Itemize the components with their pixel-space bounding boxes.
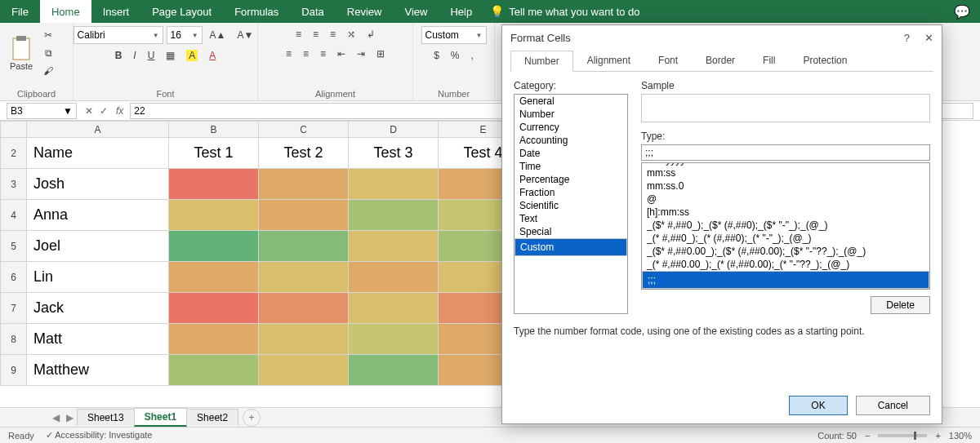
accessibility-status[interactable]: ✓ Accessibility: Investigate <box>46 430 153 441</box>
select-all-corner[interactable] <box>1 122 27 138</box>
type-input[interactable] <box>641 144 930 161</box>
dialog-tab-alignment[interactable]: Alignment <box>573 50 644 71</box>
cell[interactable]: Matthew <box>27 355 169 386</box>
cell[interactable] <box>349 262 439 293</box>
cell[interactable] <box>169 262 259 293</box>
type-item[interactable]: mm:ss <box>642 166 929 179</box>
cell[interactable] <box>169 293 259 324</box>
row-header[interactable]: 3 <box>1 169 27 200</box>
type-item[interactable]: _(* #,##0.00_);_(* (#,##0.00);_(* "-"??_… <box>642 258 929 271</box>
cell[interactable]: Jack <box>27 293 169 324</box>
zoom-slider[interactable] <box>878 434 927 437</box>
category-item[interactable]: Percentage <box>514 173 627 186</box>
cell[interactable] <box>349 169 439 200</box>
align-right-icon[interactable]: ≡ <box>316 46 330 62</box>
cell[interactable] <box>169 355 259 386</box>
tab-insert[interactable]: Insert <box>91 0 141 23</box>
type-item[interactable]: ;;; <box>642 271 929 289</box>
comma-icon[interactable]: , <box>467 47 478 64</box>
cell[interactable] <box>259 169 349 200</box>
increase-indent-icon[interactable]: ⇥ <box>353 46 369 62</box>
type-list[interactable]: h:mmh:mm:ssm/d/yyyy h:mmmm:ssmm:ss.0@[h]… <box>641 162 930 290</box>
type-item[interactable]: [h]:mm:ss <box>642 206 929 219</box>
dialog-tab-number[interactable]: Number <box>510 51 573 72</box>
align-middle-icon[interactable]: ≡ <box>309 26 323 42</box>
align-center-icon[interactable]: ≡ <box>299 46 313 62</box>
border-button[interactable]: ▦ <box>162 47 179 64</box>
cell[interactable]: Joel <box>27 231 169 262</box>
cell[interactable] <box>349 200 439 231</box>
wrap-text-icon[interactable]: ↲ <box>363 26 379 42</box>
row-header[interactable]: 4 <box>1 200 27 231</box>
bold-button[interactable]: B <box>111 47 127 64</box>
font-size-select[interactable]: 16▼ <box>167 26 203 44</box>
number-format-select[interactable]: Custom▼ <box>421 26 487 44</box>
cell[interactable]: Test 3 <box>349 138 439 169</box>
cell[interactable] <box>169 324 259 355</box>
type-item[interactable]: _($* #,##0.00_);_($* (#,##0.00);_($* "-"… <box>642 245 929 258</box>
cell[interactable] <box>259 262 349 293</box>
dialog-tab-protection[interactable]: Protection <box>789 50 861 71</box>
sheet-tab[interactable]: Sheet13 <box>77 409 135 426</box>
increase-font-icon[interactable]: A▲ <box>206 27 230 43</box>
merge-icon[interactable]: ⊞ <box>372 46 389 62</box>
col-header-d[interactable]: D <box>349 122 439 138</box>
col-header-a[interactable]: A <box>27 122 169 138</box>
category-item[interactable]: Number <box>514 108 627 121</box>
sheet-tab[interactable]: Sheet1 <box>134 408 187 427</box>
currency-icon[interactable]: $ <box>430 47 443 64</box>
align-bottom-icon[interactable]: ≡ <box>326 26 340 42</box>
tab-file[interactable]: File <box>0 0 40 23</box>
ok-button[interactable]: OK <box>789 396 847 415</box>
cell[interactable] <box>169 169 259 200</box>
cell[interactable] <box>349 293 439 324</box>
col-header-c[interactable]: C <box>259 122 349 138</box>
cell[interactable]: Matt <box>27 324 169 355</box>
copy-button[interactable]: ⧉ <box>39 45 57 61</box>
row-header[interactable]: 6 <box>1 262 27 293</box>
sheet-tab[interactable]: Sheet2 <box>186 409 238 426</box>
category-item[interactable]: Custom <box>514 238 627 256</box>
dialog-tab-font[interactable]: Font <box>644 50 692 71</box>
category-item[interactable]: Scientific <box>514 199 627 212</box>
cell[interactable]: Anna <box>27 200 169 231</box>
category-item[interactable]: Currency <box>514 121 627 134</box>
cell[interactable] <box>259 355 349 386</box>
row-header[interactable]: 8 <box>1 324 27 355</box>
row-header[interactable]: 7 <box>1 293 27 324</box>
type-item[interactable]: @ <box>642 193 929 206</box>
align-left-icon[interactable]: ≡ <box>282 46 296 62</box>
category-item[interactable]: Text <box>514 212 627 225</box>
cell[interactable] <box>349 324 439 355</box>
tell-me[interactable]: 💡 Tell me what you want to do <box>490 5 639 18</box>
decrease-indent-icon[interactable]: ⇤ <box>333 46 350 62</box>
dialog-tab-fill[interactable]: Fill <box>749 50 789 71</box>
dialog-tab-border[interactable]: Border <box>692 50 749 71</box>
close-icon[interactable]: ✕ <box>924 32 933 44</box>
col-header-b[interactable]: B <box>169 122 259 138</box>
delete-button[interactable]: Delete <box>871 296 930 314</box>
tab-home[interactable]: Home <box>40 0 91 23</box>
decrease-font-icon[interactable]: A▼ <box>234 27 258 43</box>
row-header[interactable]: 9 <box>1 355 27 386</box>
fill-color-button[interactable]: A <box>182 47 202 64</box>
type-item[interactable]: _($* #,##0_);_($* (#,##0);_($* "-"_);_(@… <box>642 219 929 232</box>
cell[interactable]: Test 2 <box>259 138 349 169</box>
zoom-level[interactable]: 130% <box>949 431 972 441</box>
percent-icon[interactable]: % <box>447 47 464 64</box>
paste-button[interactable]: Paste <box>7 33 36 73</box>
cut-button[interactable]: ✂ <box>39 27 57 43</box>
type-item[interactable]: _(* #,##0_);_(* (#,##0);_(* "-"_);_(@_) <box>642 232 929 245</box>
font-color-button[interactable]: A <box>205 47 220 64</box>
align-top-icon[interactable]: ≡ <box>292 26 305 42</box>
category-list[interactable]: GeneralNumberCurrencyAccountingDateTimeP… <box>514 94 628 314</box>
sheet-nav-next-icon[interactable]: ▶ <box>63 412 77 423</box>
cell[interactable] <box>259 293 349 324</box>
cell[interactable] <box>169 200 259 231</box>
row-header[interactable]: 2 <box>1 138 27 169</box>
cell[interactable] <box>169 231 259 262</box>
category-item[interactable]: Time <box>514 160 627 173</box>
italic-button[interactable]: I <box>129 47 140 64</box>
category-item[interactable]: General <box>514 95 627 108</box>
cell[interactable]: Name <box>27 138 169 169</box>
